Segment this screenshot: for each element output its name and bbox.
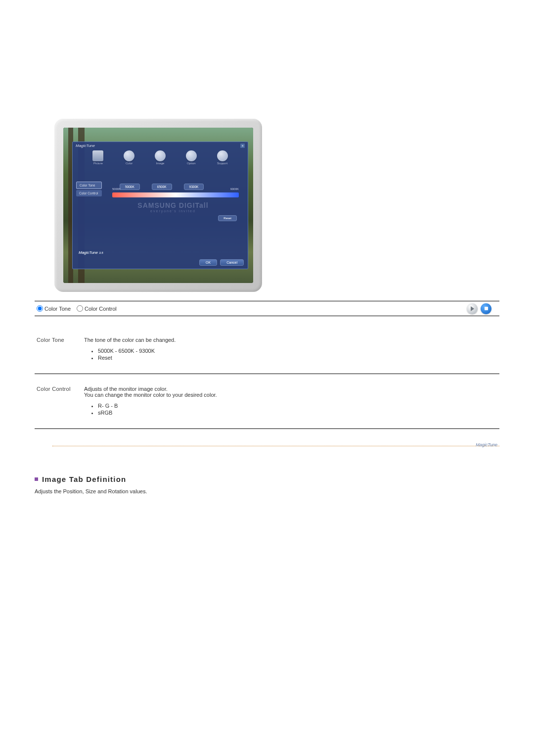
row-label-color-tone: Color Tone: [35, 337, 84, 362]
side-tab-color-tone[interactable]: Color Tone: [76, 182, 102, 189]
palette-icon: [124, 150, 134, 161]
magictune-logo: MagicTune 3.5: [79, 250, 103, 255]
heading-text: Image Tab Definition: [42, 475, 126, 483]
sub-option-row: Color Tone Color Control: [35, 301, 499, 316]
play-button[interactable]: [467, 303, 478, 314]
intro-text: You can change the monitor color to your…: [84, 392, 499, 398]
preset-5000k[interactable]: 5000K: [120, 184, 140, 190]
stop-icon: [485, 307, 488, 310]
window-titlebar: MagicTune ×: [73, 142, 248, 149]
tab-color[interactable]: Color: [124, 150, 134, 165]
magictune-small-logo: MagicTune: [476, 442, 497, 447]
preset-9300k[interactable]: 9300K: [184, 184, 204, 190]
side-tab-color-control[interactable]: Color Control: [76, 190, 102, 196]
list-item: sRGB: [98, 410, 499, 416]
monitor-icon: [92, 150, 103, 161]
monitor-frame: MagicTune × Picture Color Image Option S…: [54, 119, 262, 292]
row-body-color-tone: The tone of the color can be changed. 50…: [84, 337, 499, 362]
image-dial-icon: [155, 150, 166, 161]
table-row: Color Tone The tone of the color can be …: [35, 325, 499, 374]
side-tabs: Color Tone Color Control: [76, 182, 102, 197]
tab-support[interactable]: Support: [217, 150, 228, 165]
dialog-buttons: OK Cancel: [199, 259, 244, 266]
section-description: Adjusts the Position, Size and Rotation …: [35, 488, 499, 494]
magictune-window: MagicTune × Picture Color Image Option S…: [72, 142, 248, 269]
preset-6500k[interactable]: 6500K: [152, 184, 172, 190]
definition-table: Color Tone The tone of the color can be …: [35, 325, 499, 429]
reset-button[interactable]: Reset: [218, 215, 237, 221]
brand-watermark: SAMSUNG DIGITall everyone's invited: [107, 201, 239, 213]
media-buttons: [464, 303, 491, 314]
list-item: Reset: [98, 355, 499, 361]
section-heading: Image Tab Definition: [35, 475, 499, 483]
temperature-presets: 5000K 6500K 9300K: [120, 184, 204, 190]
option-icon: [186, 150, 197, 161]
ok-button[interactable]: OK: [199, 259, 217, 266]
row-body-color-control: Adjusts of the monitor image color. You …: [84, 386, 499, 417]
dotted-separator: [52, 446, 499, 446]
radio-color-control[interactable]: Color Control: [77, 305, 117, 312]
stop-button[interactable]: [481, 303, 491, 314]
radio-color-control-input[interactable]: [77, 305, 83, 312]
tab-picture[interactable]: Picture: [92, 150, 103, 165]
app-title: MagicTune: [76, 143, 95, 148]
close-icon[interactable]: ×: [240, 143, 245, 148]
row-label-color-control: Color Control: [35, 386, 84, 417]
play-icon: [471, 306, 474, 311]
screenshot-illustration: MagicTune × Picture Color Image Option S…: [35, 119, 499, 292]
cancel-button[interactable]: Cancel: [220, 259, 244, 266]
list-item: 5000K - 6500K - 9300K: [98, 348, 499, 354]
intro-text: The tone of the color can be changed.: [84, 337, 499, 343]
table-row: Color Control Adjusts of the monitor ima…: [35, 374, 499, 429]
radio-color-tone-input[interactable]: [37, 305, 43, 312]
tab-image[interactable]: Image: [155, 150, 166, 165]
tab-option[interactable]: Option: [186, 150, 197, 165]
monitor-screen: MagicTune × Picture Color Image Option S…: [63, 128, 253, 283]
temperature-slider[interactable]: [112, 192, 239, 197]
square-bullet-icon: [35, 477, 38, 481]
radio-color-tone[interactable]: Color Tone: [37, 305, 71, 312]
main-tabs: Picture Color Image Option Support: [73, 149, 248, 167]
support-icon: [217, 150, 228, 161]
list-item: R- G - B: [98, 403, 499, 409]
intro-text: Adjusts of the monitor image color.: [84, 386, 499, 392]
